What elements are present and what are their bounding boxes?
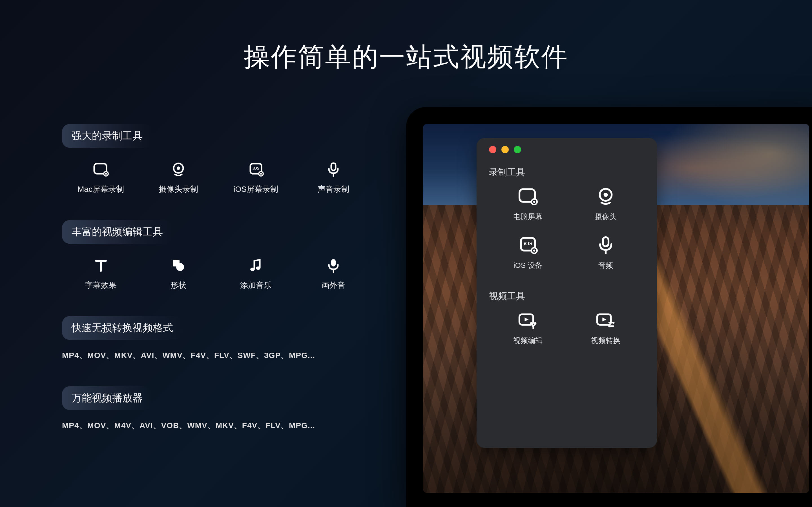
editing-title: 丰富的视频编辑工具	[62, 220, 172, 244]
laptop-mockup: 录制工具 电脑屏幕 摄像头 iOS 设备	[406, 107, 812, 507]
voiceover-icon	[324, 257, 343, 275]
tile-video-convert[interactable]: 视频转换	[567, 311, 645, 346]
convert-formats: MP4、MOV、MKV、AVI、WMV、F4V、FLV、SWF、3GP、MPG.…	[62, 350, 372, 361]
player-title: 万能视频播放器	[62, 386, 152, 410]
tile-label: 音频	[598, 261, 613, 270]
camera-icon	[169, 161, 188, 179]
feature-music: 添加音乐	[217, 257, 295, 291]
tile-label: 摄像头	[595, 212, 617, 222]
tile-screen-record[interactable]: 电脑屏幕	[489, 187, 567, 222]
ios-screen-icon	[518, 236, 538, 256]
mic-icon	[324, 161, 343, 179]
feature-label: 字幕效果	[85, 280, 117, 291]
tile-audio[interactable]: 音频	[567, 236, 645, 270]
video-convert-icon	[596, 311, 616, 331]
music-icon	[247, 257, 265, 275]
recording-title: 强大的录制工具	[62, 124, 152, 148]
text-icon	[92, 257, 110, 275]
tile-label: 视频编辑	[513, 336, 543, 346]
feature-shape: 形状	[140, 257, 217, 291]
feature-label: 声音录制	[318, 184, 349, 194]
shape-icon	[169, 257, 188, 275]
fullscreen-button[interactable]	[514, 146, 521, 153]
player-formats: MP4、MOV、M4V、AVI、VOB、WMV、MKV、F4V、FLV、MPG.…	[62, 420, 372, 431]
feature-ios-record: iOS屏幕录制	[217, 161, 295, 194]
player-section: 万能视频播放器 MP4、MOV、M4V、AVI、VOB、WMV、MKV、F4V、…	[62, 386, 372, 431]
tile-ios[interactable]: iOS 设备	[489, 236, 567, 270]
tile-label: 视频转换	[591, 336, 620, 346]
screen-record-icon	[518, 187, 538, 207]
app-window: 录制工具 电脑屏幕 摄像头 iOS 设备	[476, 138, 657, 448]
feature-subtitle: 字幕效果	[62, 257, 140, 291]
convert-title: 快速无损转换视频格式	[62, 316, 183, 340]
screen-record-icon	[92, 161, 110, 179]
window-controls[interactable]	[489, 146, 645, 153]
feature-voiceover: 画外音	[295, 257, 372, 291]
feature-label: iOS屏幕录制	[234, 184, 278, 194]
feature-label: Mac屏幕录制	[78, 184, 124, 194]
editing-section: 丰富的视频编辑工具 字幕效果 形状 添加音乐 画外音	[62, 220, 372, 291]
tile-video-edit[interactable]: 视频编辑	[489, 311, 567, 346]
feature-label: 摄像头录制	[159, 184, 198, 194]
recording-section: 强大的录制工具 Mac屏幕录制 摄像头录制 iOS屏幕录制 声音录制	[62, 124, 372, 194]
feature-label: 画外音	[321, 280, 345, 291]
tile-camera[interactable]: 摄像头	[567, 187, 645, 222]
convert-section: 快速无损转换视频格式 MP4、MOV、MKV、AVI、WMV、F4V、FLV、S…	[62, 316, 372, 361]
camera-icon	[596, 187, 616, 207]
feature-mac-screen-record: Mac屏幕录制	[62, 161, 140, 194]
tile-label: iOS 设备	[513, 261, 543, 270]
close-button[interactable]	[489, 146, 496, 153]
feature-label: 添加音乐	[240, 280, 272, 291]
video-section-title: 视频工具	[489, 290, 645, 302]
tile-label: 电脑屏幕	[513, 212, 543, 222]
video-edit-icon	[518, 311, 538, 331]
mic-icon	[596, 236, 616, 256]
ios-screen-icon	[247, 161, 265, 179]
record-section-title: 录制工具	[489, 166, 645, 179]
minimize-button[interactable]	[501, 146, 509, 153]
feature-label: 形状	[170, 280, 186, 291]
headline: 操作简单的一站式视频软件	[0, 40, 812, 74]
feature-audio-record: 声音录制	[295, 161, 372, 194]
feature-camera-record: 摄像头录制	[140, 161, 217, 194]
